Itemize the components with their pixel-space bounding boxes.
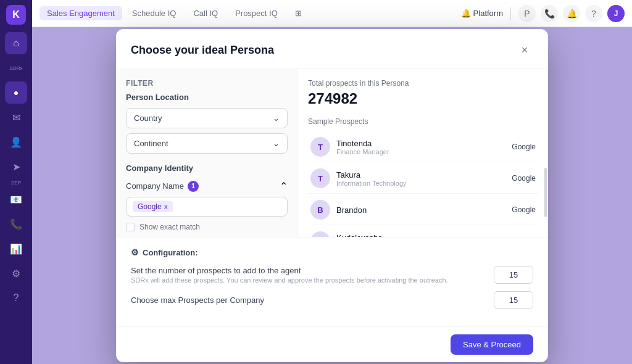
avatar: T xyxy=(310,137,330,157)
nav-profile-icon[interactable]: P xyxy=(518,5,536,22)
sidebar-item-users[interactable]: 👤 xyxy=(5,131,27,153)
prospect-company: Google xyxy=(512,143,536,151)
tab-sales-engagement[interactable]: Sales Engagement xyxy=(40,6,122,20)
country-dropdown[interactable]: Country xyxy=(126,108,288,128)
tag-remove-button[interactable]: x xyxy=(164,202,168,211)
config-title: Configuration: xyxy=(143,248,198,257)
nav-phone-icon[interactable]: 📞 xyxy=(541,5,558,22)
company-name-count-badge: 1 xyxy=(188,181,199,192)
sidebar-item-phone[interactable]: 📞 xyxy=(5,213,27,235)
content-area: Choose your ideal Persona × Filter Perso… xyxy=(32,27,632,364)
modal-body: Filter Person Location Country Continent xyxy=(116,69,548,237)
prospect-name: Brandon xyxy=(336,205,505,215)
app-shell: K ⌂ SDRx ● ✉ 👤 ➤ SEP 📧 📞 📊 ⚙ ? Sales Eng… xyxy=(0,0,632,364)
prospects-config-label: Set the number of prospects to add to th… xyxy=(131,266,484,275)
main-area: Sales Engagement Schedule IQ Call IQ Pro… xyxy=(32,0,632,364)
config-gear-icon: ⚙ xyxy=(131,247,139,257)
table-row: T Takura Information Technology Google xyxy=(308,163,538,194)
prospects-config-sublabel: SDRx will add these prospects. You can r… xyxy=(131,276,484,284)
avatar: K xyxy=(310,231,330,237)
table-row: B Brandon Google xyxy=(308,195,538,225)
modal-close-button[interactable]: × xyxy=(516,41,533,59)
nav-help-icon[interactable]: ? xyxy=(585,5,602,22)
prospect-company: Google xyxy=(512,205,536,214)
company-name-label: Company Name xyxy=(126,181,184,191)
continent-label: Continent xyxy=(134,139,168,148)
exact-match-row: Show exact match xyxy=(126,223,288,231)
sidebar-item-send[interactable]: ➤ xyxy=(5,155,27,178)
tab-extra[interactable]: ⊞ xyxy=(288,6,309,20)
filter-panel: Filter Person Location Country Continent xyxy=(116,69,298,237)
avatar: B xyxy=(310,200,330,220)
continent-dropdown[interactable]: Continent xyxy=(126,133,288,154)
continent-chevron-down-icon xyxy=(273,139,280,148)
sample-prospects-title: Sample Prospects xyxy=(308,117,538,126)
max-per-company-label: Choose max Prospects per Company xyxy=(131,296,264,305)
prospect-info: Tinotenda Finance Manager xyxy=(336,139,505,155)
prospect-company: Google xyxy=(512,174,536,183)
sidebar-label-sdrx: SDRx xyxy=(10,65,23,71)
nav-bell-icon[interactable]: 🔔 xyxy=(563,5,580,22)
country-label: Country xyxy=(134,114,162,123)
exact-match-label: Show exact match xyxy=(139,223,200,231)
sidebar-item-home[interactable]: ⌂ xyxy=(5,32,27,54)
tab-prospect-iq[interactable]: Prospect IQ xyxy=(228,6,285,20)
table-row: K Kudakwashe Software Developer Google xyxy=(308,226,538,237)
company-name-tag-input[interactable]: Google x xyxy=(126,197,288,217)
company-identity-title: Company Identity xyxy=(126,163,288,173)
prospects-panel: Total prospects in this Persona 274982 S… xyxy=(298,69,548,237)
prospect-name: Takura xyxy=(336,170,505,180)
max-per-company-row: Choose max Prospects per Company xyxy=(131,291,533,309)
prospects-count: 274982 xyxy=(308,90,538,107)
topnav: Sales Engagement Schedule IQ Call IQ Pro… xyxy=(32,0,632,27)
prospects-total-label: Total prospects in this Persona xyxy=(308,79,538,88)
prospect-info: Takura Information Technology xyxy=(336,170,505,187)
sidebar-item-help[interactable]: ? xyxy=(5,287,27,309)
prospect-list: T Tinotenda Finance Manager Google xyxy=(308,132,538,237)
sidebar-item-mail[interactable]: ✉ xyxy=(5,106,27,128)
sidebar-item-active[interactable]: ● xyxy=(5,81,27,104)
platform-icon: 🔔 xyxy=(461,9,471,18)
prospect-role: Information Technology xyxy=(336,180,505,187)
nav-divider xyxy=(510,7,511,20)
prospect-name: Kudakwashe xyxy=(336,233,505,238)
prospects-config-label-group: Set the number of prospects to add to th… xyxy=(131,266,484,284)
sidebar-item-chart[interactable]: 📊 xyxy=(5,238,27,260)
sidebar-item-settings[interactable]: ⚙ xyxy=(5,262,27,284)
tab-schedule-iq[interactable]: Schedule IQ xyxy=(125,6,184,20)
scroll-indicator xyxy=(544,168,547,217)
prospect-name: Tinotenda xyxy=(336,139,505,148)
prospect-info: Brandon xyxy=(336,205,505,215)
sidebar-item-envelope[interactable]: 📧 xyxy=(5,188,27,210)
avatar: T xyxy=(310,168,330,188)
tab-call-iq[interactable]: Call IQ xyxy=(186,6,225,20)
app-logo: K xyxy=(6,5,26,25)
modal: Choose your ideal Persona × Filter Perso… xyxy=(116,29,548,362)
modal-footer: Save & Proceed xyxy=(116,326,548,362)
prospects-count-input[interactable] xyxy=(494,266,533,284)
exact-match-checkbox[interactable] xyxy=(126,223,135,231)
table-row: T Tinotenda Finance Manager Google xyxy=(308,132,538,162)
save-proceed-button[interactable]: Save & Proceed xyxy=(451,334,533,355)
company-name-chevron-up-icon[interactable] xyxy=(280,180,288,192)
max-per-company-input[interactable] xyxy=(494,291,533,309)
prospect-role: Finance Manager xyxy=(336,148,505,155)
modal-title: Choose your ideal Persona xyxy=(131,44,274,57)
filter-section-title: Filter xyxy=(126,79,288,88)
config-section: ⚙ Configuration: Set the number of prosp… xyxy=(116,237,548,326)
google-tag: Google x xyxy=(133,201,173,212)
prospects-config-row: Set the number of prospects to add to th… xyxy=(131,266,533,284)
platform-button[interactable]: 🔔 Platform xyxy=(461,9,503,18)
nav-right: 🔔 Platform P 📞 🔔 ? J xyxy=(461,5,625,22)
sidebar: K ⌂ SDRx ● ✉ 👤 ➤ SEP 📧 📞 📊 ⚙ ? xyxy=(0,0,32,364)
sidebar-label-sep: SEP xyxy=(11,180,21,186)
tag-value: Google xyxy=(138,202,162,211)
config-header: ⚙ Configuration: xyxy=(131,247,533,257)
country-chevron-down-icon xyxy=(273,114,280,123)
company-name-header: Company Name 1 xyxy=(126,180,288,192)
platform-label: Platform xyxy=(473,9,503,18)
filter-subsection-title: Person Location xyxy=(126,93,288,102)
nav-avatar[interactable]: J xyxy=(607,5,625,22)
sidebar-item-sdrx[interactable]: SDRx xyxy=(5,57,27,79)
modal-overlay: Choose your ideal Persona × Filter Perso… xyxy=(32,27,632,364)
